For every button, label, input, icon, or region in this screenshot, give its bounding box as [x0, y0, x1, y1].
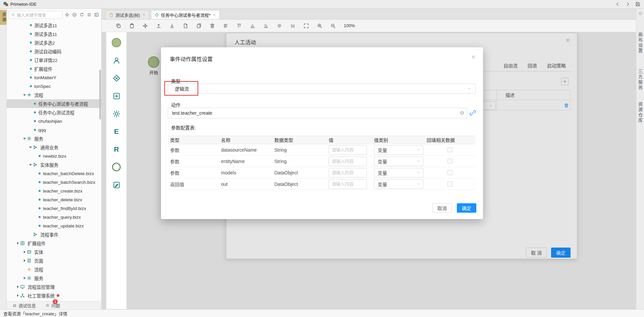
caret-down-icon[interactable] [28, 145, 33, 150]
tree-item-服务[interactable]: 服务 [7, 274, 101, 282]
list-icon[interactable] [86, 12, 92, 18]
tree-item-teacher_update.bizx[interactable]: teacher_update.bizx [7, 221, 101, 230]
caret-right-icon[interactable] [22, 259, 27, 262]
tree-item-实体[interactable]: 实体 [7, 248, 101, 256]
panel-icon[interactable] [93, 12, 100, 18]
event-dialog-close-icon[interactable] [471, 55, 476, 59]
value-kind-select[interactable]: 变量 [374, 179, 423, 189]
event-cancel-button[interactable]: 取消 [432, 203, 452, 213]
refresh-icon[interactable] [78, 12, 85, 18]
tree-item-teacher_create.bizx[interactable]: teacher_create.bizx [7, 187, 101, 195]
tree-item-任务中心测试流程[interactable]: 任务中心测试流程 [7, 108, 101, 117]
palette-human-activity[interactable] [110, 55, 123, 66]
palette-gateway[interactable] [110, 72, 123, 84]
zoom-in-icon[interactable] [316, 22, 324, 30]
tree-item-扩展组件[interactable]: 扩展组件 [7, 64, 101, 73]
caret-right-icon[interactable] [15, 294, 20, 297]
tree-item-teacher_findById.bizx[interactable]: teacher_findById.bizx [7, 204, 101, 213]
tree-item-测试多选2[interactable]: 测试多选2 [7, 38, 101, 47]
align-center-icon[interactable] [275, 22, 283, 30]
palette-subprocess[interactable] [110, 90, 123, 102]
paste-icon[interactable] [128, 22, 136, 30]
action-input[interactable] [168, 108, 467, 118]
tree-item-测试多选11[interactable]: 测试多选11 [7, 30, 101, 38]
tree-item-任务中心测试参与者流程[interactable]: 任务中心测试参与者流程 [7, 99, 101, 108]
clear-input-icon[interactable] [460, 110, 465, 115]
debug-info-button[interactable]: 调试信息 [12, 302, 36, 309]
palette-r-component[interactable]: R [110, 144, 123, 155]
save-icon[interactable] [635, 1, 641, 7]
rail-notification-icon[interactable] [638, 11, 642, 15]
tree-item-流程事件[interactable]: 流程事件 [7, 230, 101, 239]
tree-item-订单详情22[interactable]: 订单详情22 [7, 56, 101, 64]
value-kind-select[interactable]: 变量 [374, 157, 423, 166]
rail-tab-resources[interactable]: 资源 [0, 10, 7, 25]
zoom-level[interactable]: 100% [344, 23, 355, 28]
align-bottom-icon[interactable] [262, 22, 270, 30]
tree-item-实体服务[interactable]: 实体服务 [7, 160, 101, 169]
type-select[interactable]: 逻辑流 [168, 84, 476, 94]
check-circle-icon[interactable] [71, 12, 77, 18]
tree-item-teacher_batchSearch.bizx[interactable]: teacher_batchSearch.bizx [7, 178, 101, 187]
caret-right-icon[interactable] [15, 242, 20, 245]
caret-right-icon[interactable] [22, 251, 27, 253]
palette-end-event[interactable] [110, 161, 123, 173]
zoom-out-icon[interactable] [329, 22, 337, 30]
tree-item-扩展组件[interactable]: 扩展组件 [7, 239, 101, 248]
file-icon[interactable] [181, 22, 190, 30]
search-input[interactable]: 输入关键字搜索 [9, 11, 62, 19]
tree-item-通用业务[interactable]: 通用业务 [7, 143, 101, 152]
palette-e-component[interactable]: E [110, 126, 123, 137]
tree-item-社工管理系统[interactable]: 社工管理系统 [7, 291, 101, 300]
link-action-icon[interactable] [470, 110, 476, 116]
tree-item-tonMatterY[interactable]: tonMatterY [7, 73, 101, 82]
backfill-checkbox[interactable] [447, 181, 452, 187]
backfill-checkbox[interactable] [447, 147, 452, 152]
trash-icon[interactable] [208, 22, 216, 30]
tree-item-chufashijian[interactable]: chufashijian [7, 117, 101, 125]
value-kind-select[interactable]: 变量 [374, 145, 423, 155]
locate-icon[interactable] [64, 12, 70, 18]
tree-scrollbar[interactable] [99, 70, 101, 119]
fit-view-icon[interactable] [302, 22, 310, 30]
tree-item-qqq[interactable]: qqq [7, 125, 101, 134]
tree-item-测试多选11[interactable]: 测试多选11 [7, 21, 101, 30]
tree-item-服务[interactable]: 服务 [7, 134, 101, 143]
param-value-input[interactable] [329, 168, 367, 177]
tree-item-页面[interactable]: 页面 [7, 256, 101, 265]
right-rail-tab-三方服务[interactable]: 三方服务 [637, 69, 643, 91]
palette-annotation[interactable] [110, 179, 123, 191]
event-ok-button[interactable]: 确定 [457, 203, 476, 213]
tree-item-测试自动编码[interactable]: 测试自动编码 [7, 47, 101, 56]
param-value-input[interactable] [329, 157, 367, 166]
copy-icon[interactable] [114, 22, 122, 30]
tree-item-流程[interactable]: 流程 [7, 91, 101, 99]
tree-item-流程[interactable]: 流程 [7, 265, 101, 274]
editor-tab-任务中心测试参与者流程*[interactable]: 任务中心测试参与者流程* [151, 10, 220, 19]
right-rail-tab-画布设置[interactable]: 画布设置 [637, 32, 643, 54]
backfill-checkbox[interactable] [447, 159, 452, 164]
tree-item-tonSpec[interactable]: tonSpec [7, 82, 101, 91]
palette-auto-activity[interactable] [110, 108, 123, 119]
download-icon[interactable] [168, 22, 176, 30]
param-value-input[interactable] [329, 145, 367, 155]
pan-icon[interactable] [141, 22, 149, 30]
tree-item-teacher_delete.bizx[interactable]: teacher_delete.bizx [7, 195, 101, 204]
close-tab-icon[interactable] [142, 13, 146, 16]
close-tab-icon[interactable] [213, 13, 216, 16]
caret-down-icon[interactable] [22, 136, 27, 141]
history-forward-icon[interactable] [625, 1, 631, 7]
tree-item-流程监控管理[interactable]: 流程监控管理 [7, 282, 101, 291]
caret-down-icon[interactable] [22, 93, 27, 97]
caret-right-icon[interactable] [15, 285, 20, 288]
value-kind-select[interactable]: 变量 [374, 168, 423, 177]
align-left-icon[interactable] [222, 22, 230, 30]
problems-button[interactable]: 问题 [45, 302, 60, 309]
tree-item-teacher_batchDelete.bizx[interactable]: teacher_batchDelete.bizx [7, 169, 101, 178]
upload-icon[interactable] [155, 22, 163, 30]
editor-tab-测试多选(树)[interactable]: 测试多选(树) [105, 10, 149, 19]
palette-start-event[interactable] [110, 37, 123, 48]
bar-chart-icon[interactable] [249, 22, 257, 30]
tree-item-newbiz.bizx[interactable]: newbiz.bizx [7, 152, 101, 160]
tree-item-teacher_query.bizx[interactable]: teacher_query.bizx [7, 213, 101, 221]
